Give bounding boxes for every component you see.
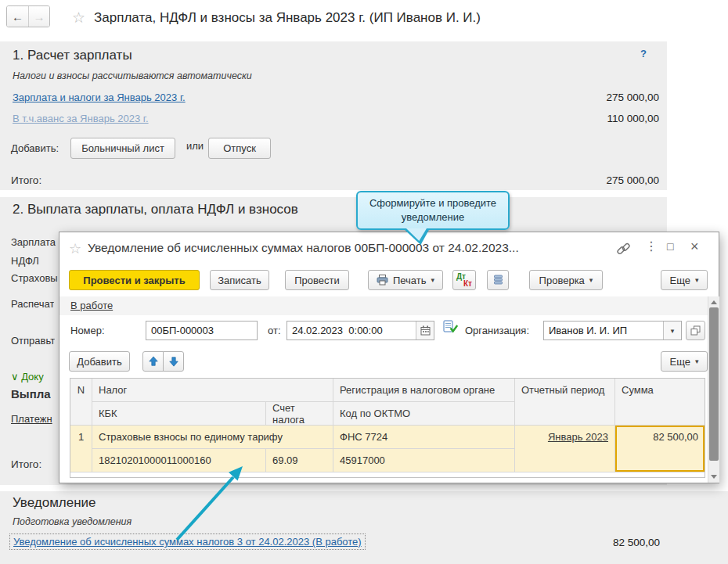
chevron-down-icon: ∨ [11, 371, 19, 383]
organization-field[interactable]: Иванов И. И. ИП ▾ [543, 321, 682, 340]
calendar-icon[interactable] [416, 322, 434, 339]
dialog-favorite-star-icon[interactable]: ☆ [69, 240, 81, 257]
organization-label: Организация: [465, 325, 529, 336]
documents-group-label: Доку [21, 371, 44, 383]
col-header-oktmo: Код по ОКТМО [333, 402, 515, 426]
toolbar-more-button[interactable]: Еще ▾ [661, 270, 708, 290]
stack-icon [493, 275, 503, 286]
or-label: или [186, 140, 204, 152]
account-cell[interactable]: 69.09 [266, 449, 333, 472]
back-button[interactable]: ← [7, 6, 28, 27]
verify-label: Проверка [539, 275, 585, 286]
back-arrow-icon: ← [12, 10, 23, 23]
scrollbar-thumb[interactable] [709, 307, 719, 461]
label-print: Распечат [11, 298, 54, 310]
label-ndfl: НДФЛ [11, 255, 39, 267]
documents-group-toggle[interactable]: ∨ Доку [11, 371, 44, 383]
get-link-icon[interactable] [617, 242, 630, 257]
section1-total-label: Итого: [11, 174, 41, 186]
number-value: 00БП-000003 [146, 325, 257, 336]
move-down-button[interactable] [163, 351, 184, 372]
arrow-down-icon [168, 356, 179, 367]
dropdown-caret-icon: ▾ [695, 358, 699, 365]
scroll-down-arrow-icon[interactable] [711, 475, 717, 479]
register-stack-icon-button[interactable] [487, 270, 509, 290]
forward-arrow-icon: → [34, 10, 45, 23]
section1-subtitle: Налоги и взносы рассчитываются автоматич… [13, 70, 252, 81]
sum-cell-selected[interactable]: 82 500,00 [615, 426, 705, 472]
registration-cell[interactable]: ФНС 7724 [333, 426, 515, 449]
app-window: ← → ☆ Зарплата, НДФЛ и взносы за Январь … [0, 0, 728, 564]
salary-taxes-value: 275 000,00 [606, 92, 659, 103]
notification-section: Уведомление Подготовка уведомления Уведо… [0, 491, 728, 564]
combo-dropdown-icon[interactable]: ▾ [663, 322, 681, 339]
maximize-icon[interactable]: □ [667, 241, 673, 252]
organization-value: Иванов И. И. ИП [544, 325, 663, 336]
open-organization-button[interactable] [686, 321, 705, 340]
advance-value: 110 000,00 [607, 113, 659, 124]
salary-taxes-link[interactable]: Зарплата и налоги за Январь 2023 г. [13, 92, 186, 103]
vacation-button[interactable]: Отпуск [208, 138, 271, 159]
section1-heading: 1. Расчет зарплаты [13, 48, 132, 63]
add-label: Добавить: [11, 142, 59, 154]
date-label: от: [268, 325, 281, 336]
fill-document-check-icon[interactable] [443, 320, 459, 336]
post-button[interactable]: Провести [285, 270, 349, 290]
close-icon[interactable]: × [690, 239, 699, 253]
dropdown-caret-icon: ▾ [431, 277, 435, 284]
printer-icon [377, 275, 388, 286]
date-field[interactable]: 24.02.2023 0:00:00 [287, 321, 434, 340]
notification-dialog: ☆ Уведомление об исчисленных суммах нало… [59, 232, 719, 483]
advance-link[interactable]: В т.ч.аванс за Январь 2023 г. [13, 113, 149, 124]
table-more-button[interactable]: Еще ▾ [661, 351, 708, 372]
section2-heading: 2. Выплата зарплаты, оплата НДФЛ и взнос… [13, 202, 298, 217]
sick-leave-button[interactable]: Больничный лист [70, 138, 175, 159]
dt-kt-button[interactable]: Дт Кт [452, 270, 476, 290]
dropdown-caret-icon: ▾ [695, 277, 699, 284]
label-send: Отправьт [11, 335, 55, 347]
dropdown-caret-icon: ▾ [589, 277, 593, 284]
col-header-sum: Сумма [615, 379, 705, 426]
date-value: 24.02.2023 0:00:00 [287, 325, 416, 336]
pointer-arrow [164, 460, 258, 548]
help-icon[interactable]: ? [640, 48, 647, 59]
add-row-button[interactable]: Добавить [69, 351, 130, 372]
more-label: Еще [670, 275, 690, 286]
print-button[interactable]: Печать ▾ [368, 270, 443, 290]
dialog-title: Уведомление об исчисленных суммах налого… [88, 241, 519, 255]
top-navigation-bar: ← → ☆ Зарплата, НДФЛ и взносы за Январь … [0, 0, 728, 41]
label-salary: Зарплата [11, 236, 56, 248]
payment-order-link[interactable]: Платежн [11, 413, 52, 425]
history-nav-group: ← → [6, 5, 50, 27]
dialog-vertical-scrollbar[interactable] [708, 296, 719, 483]
arrow-up-icon [148, 356, 159, 367]
hint-text: Сформируйте и проведите уведомление [362, 196, 503, 224]
col-header-kbk: КБК [92, 402, 266, 426]
row-number-cell[interactable]: 1 [70, 426, 92, 472]
scroll-up-arrow-icon[interactable] [711, 300, 717, 304]
notification-value: 82 500,00 [613, 537, 660, 548]
post-and-close-button[interactable]: Провести и закрыть [69, 270, 200, 290]
number-field[interactable]: 00БП-000003 [146, 321, 258, 340]
open-link-icon [690, 325, 701, 336]
period-link[interactable]: Январь 2023 [548, 431, 608, 443]
forward-button[interactable]: → [28, 6, 49, 27]
status-link[interactable]: В работе [70, 300, 113, 311]
period-cell[interactable]: Январь 2023 [515, 426, 615, 472]
kebab-menu-icon[interactable]: ⋮ [645, 240, 658, 253]
col-header-registration: Регистрация в налоговом органе [333, 379, 515, 402]
col-header-account: Счет налога [266, 402, 333, 426]
salary-calc-section: 1. Расчет зарплаты ? Налоги и взносы рас… [0, 41, 667, 190]
number-label: Номер: [70, 325, 105, 336]
oktmo-cell[interactable]: 45917000 [333, 449, 515, 472]
save-button[interactable]: Записать [210, 270, 269, 290]
favorite-star-icon[interactable]: ☆ [72, 9, 85, 27]
status-strip: В работе [59, 296, 708, 315]
label-insurance: Страховы [11, 272, 58, 284]
section2-total-label: Итого: [11, 458, 41, 470]
tax-name-cell[interactable]: Страховые взносы по единому тарифу [92, 426, 333, 449]
col-header-period: Отчетный период [515, 379, 615, 426]
verify-button[interactable]: Проверка ▾ [529, 270, 603, 290]
move-up-button[interactable] [142, 351, 164, 372]
more-label: Еще [670, 356, 690, 368]
